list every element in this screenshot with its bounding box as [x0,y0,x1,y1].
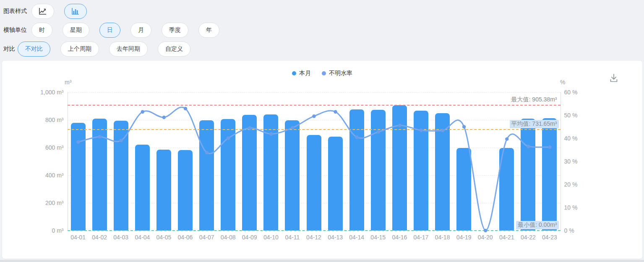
chart-panel: 本月不明水率 m³ % 1,000 m³800 m³600 m³400 m³20… [2,61,642,259]
line-point-04-22 [527,145,530,148]
x-axis-label: 04-18 [435,234,450,241]
line-point-04-13 [334,110,337,114]
line-point-04-14 [355,135,358,139]
right-axis-tick: 10 % [564,204,578,211]
compare-option-custom[interactable]: 自定义 [158,42,190,57]
compare-option-same-period-last-year[interactable]: 去年同期 [109,42,148,57]
x-axis-label: 04-04 [135,234,150,241]
chart-style-row: 图表样式 [3,4,229,19]
line-point-04-18 [441,129,444,132]
line-point-04-06 [183,107,187,110]
line-point-04-05 [162,116,165,119]
x-axis-label: 04-23 [542,234,557,241]
bottom-scroll-strip [0,260,644,262]
y-axis-right-line [561,92,561,231]
compare-label: 对比 [3,45,15,53]
x-axis-label: 04-20 [478,234,493,241]
x-axis-label: 04-08 [221,234,236,241]
x-unit-option-quarter[interactable]: 季度 [162,23,188,38]
x-unit-label: 横轴单位 [3,26,27,34]
compare-row: 对比 不对比上个周期去年同期自定义 [3,42,229,57]
right-axis-tick: 30 % [564,158,578,165]
chart-style-label: 图表样式 [3,8,27,15]
right-axis-tick: 40 % [564,135,578,142]
line-point-04-19 [462,125,465,128]
line-point-04-15 [376,130,380,133]
x-axis-label: 04-02 [92,234,107,241]
left-axis-tick: 1,000 m³ [40,89,63,96]
line-point-04-20 [483,229,487,232]
x-unit-option-year[interactable]: 年 [198,23,219,38]
x-unit-option-hour[interactable]: 时 [31,23,52,38]
bar-chart-icon [71,7,80,16]
line-point-04-01 [76,140,80,144]
left-axis-tick: 600 m³ [45,144,64,151]
x-axis-label: 04-21 [499,234,514,241]
chart-style-option-line-style[interactable] [31,4,54,19]
x-axis-label: 04-15 [370,234,386,241]
right-axis-tick: 20 % [564,181,578,188]
chart-style-option-bar-style-selected[interactable] [64,4,87,19]
right-axis-tick: 60 % [564,89,578,96]
compare-option-no-compare-selected[interactable]: 不对比 [18,42,50,57]
x-axis-label: 04-17 [414,234,429,241]
line-point-04-16 [398,124,401,127]
left-axis-tick: 200 m³ [45,200,64,206]
x-axis-label: 04-07 [199,234,214,241]
line-point-04-08 [226,136,229,140]
line-point-04-21 [505,137,508,140]
x-axis-label: 04-11 [285,234,300,241]
left-axis-tick: 800 m³ [45,117,64,123]
compare-option-previous-period[interactable]: 上个周期 [60,42,99,57]
x-axis-label: 04-03 [113,234,128,241]
x-axis-label: 04-13 [328,234,343,241]
x-axis-label: 04-16 [392,234,407,241]
x-axis-label: 04-22 [521,234,536,241]
line-point-04-10 [269,132,273,135]
x-axis-label: 04-06 [178,234,193,241]
line-point-04-12 [312,114,315,118]
line-point-04-07 [205,151,208,154]
x-axis-label: 04-10 [263,234,279,241]
x-axis-label: 04-09 [242,234,257,241]
x-unit-option-week[interactable]: 星期 [63,23,89,38]
left-axis-tick: 0 m³ [52,227,64,234]
chart-toolbar: 图表样式 横轴单位 时星期日月季度年 对比 不对比上个周期去年同期自定义 [0,0,229,60]
right-axis-tick: 0 % [564,227,574,234]
line-point-04-02 [98,135,101,138]
line-point-04-04 [141,110,144,114]
x-axis-label: 04-19 [456,234,472,241]
right-axis-tick: 50 % [564,112,578,119]
x-axis-label: 04-14 [349,234,364,241]
line-chart-icon [38,7,47,16]
line-point-04-09 [248,126,251,130]
x-axis-label: 04-01 [70,234,86,241]
line-point-04-11 [291,126,294,130]
line-point-04-03 [119,139,123,142]
x-axis-label: 04-05 [156,234,171,241]
x-unit-option-month[interactable]: 月 [130,23,151,38]
line-point-04-23 [548,145,551,149]
left-axis-tick: 400 m³ [45,172,64,179]
unknown-water-rate-line [68,92,561,233]
x-unit-row: 横轴单位 时星期日月季度年 [3,23,229,38]
x-unit-option-day-selected[interactable]: 日 [99,23,120,38]
x-axis-label: 04-12 [306,234,321,241]
line-point-04-17 [419,129,422,132]
chart-plot-area: 1,000 m³800 m³600 m³400 m³200 m³0 m³60 %… [2,61,642,259]
